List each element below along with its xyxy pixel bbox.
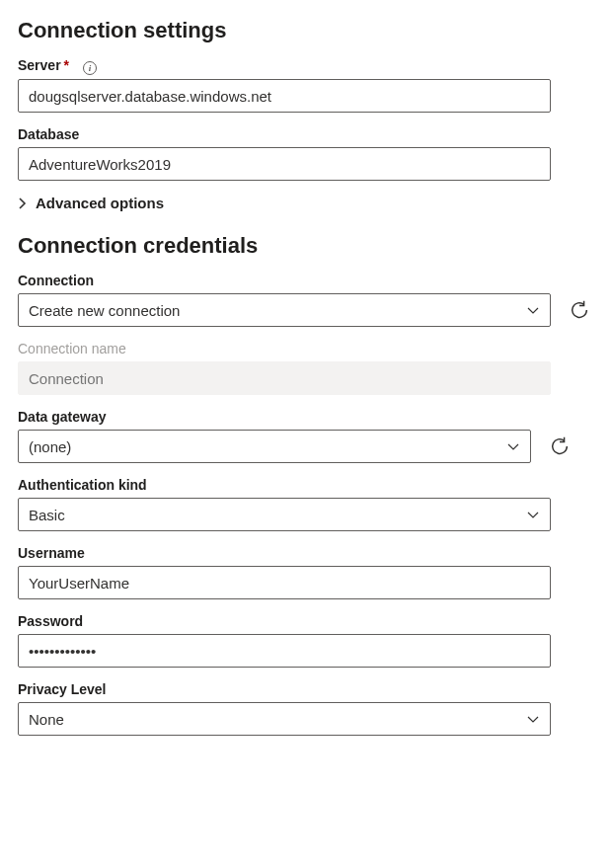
field-data-gateway: Data gateway (none) xyxy=(18,409,594,463)
chevron-right-icon xyxy=(18,197,28,209)
privacy-level-select-value: None xyxy=(29,711,64,728)
auth-kind-select-value: Basic xyxy=(29,507,65,523)
password-label: Password xyxy=(18,613,594,629)
database-input[interactable] xyxy=(18,147,551,181)
username-label: Username xyxy=(18,545,594,561)
field-connection: Connection Create new connection xyxy=(18,273,594,327)
field-password: Password xyxy=(18,613,594,668)
chevron-down-icon xyxy=(526,508,540,521)
data-gateway-select[interactable]: (none) xyxy=(18,430,531,463)
server-label-text: Server xyxy=(18,57,61,73)
field-auth-kind: Authentication kind Basic xyxy=(18,477,594,531)
connection-select-value: Create new connection xyxy=(29,302,180,319)
advanced-options-expander[interactable]: Advanced options xyxy=(18,195,594,211)
username-input[interactable] xyxy=(18,566,551,599)
chevron-down-icon xyxy=(506,439,520,453)
field-server: Server* i xyxy=(18,57,594,113)
database-label: Database xyxy=(18,126,594,142)
chevron-down-icon xyxy=(526,303,540,317)
refresh-gateway-button[interactable] xyxy=(549,435,571,457)
refresh-connection-button[interactable] xyxy=(569,299,590,321)
privacy-level-label: Privacy Level xyxy=(18,681,594,697)
connection-name-label: Connection name xyxy=(18,341,594,356)
data-gateway-label: Data gateway xyxy=(18,409,594,425)
server-label: Server* i xyxy=(18,57,594,74)
field-privacy-level: Privacy Level None xyxy=(18,681,594,736)
connection-name-input xyxy=(18,361,551,395)
connection-label: Connection xyxy=(18,273,594,288)
section-title-settings: Connection settings xyxy=(18,18,594,43)
field-database: Database xyxy=(18,126,594,181)
required-star: * xyxy=(64,57,69,73)
connection-select[interactable]: Create new connection xyxy=(18,293,551,327)
section-title-credentials: Connection credentials xyxy=(18,233,594,259)
privacy-level-select[interactable]: None xyxy=(18,702,551,736)
info-icon[interactable]: i xyxy=(83,61,97,75)
server-input[interactable] xyxy=(18,79,551,113)
password-input[interactable] xyxy=(18,634,551,668)
chevron-down-icon xyxy=(526,712,540,726)
auth-kind-label: Authentication kind xyxy=(18,477,594,493)
data-gateway-select-value: (none) xyxy=(29,438,71,455)
advanced-options-label: Advanced options xyxy=(36,195,164,211)
field-connection-name: Connection name xyxy=(18,341,594,395)
field-username: Username xyxy=(18,545,594,599)
auth-kind-select[interactable]: Basic xyxy=(18,498,551,531)
